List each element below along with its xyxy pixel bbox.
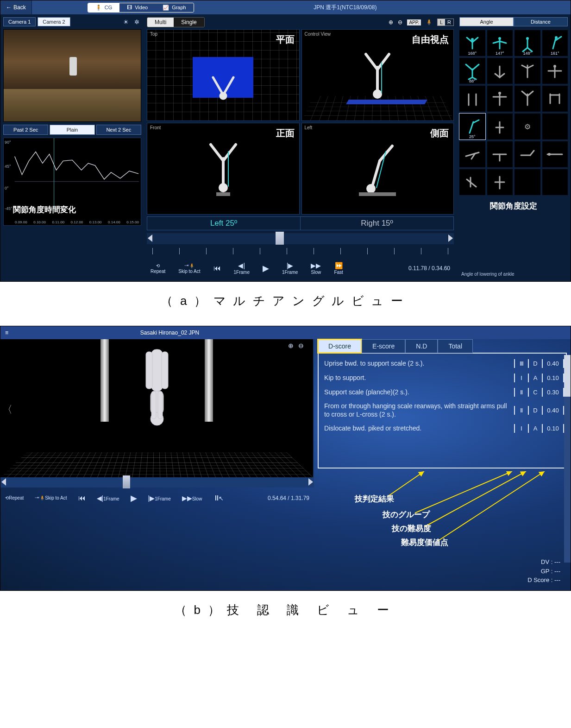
pose-thumb[interactable] — [487, 86, 513, 112]
tab-d-score[interactable]: D-score — [318, 339, 362, 353]
play-button[interactable]: ▶ — [263, 263, 269, 273]
prev-frame-button[interactable]: ◀|1Frame — [97, 494, 119, 502]
tab-camera-2[interactable]: Camera 2 — [38, 17, 70, 26]
fast-icon: ⏩ — [335, 262, 343, 269]
brightness-icons[interactable]: ☀ ✲ — [123, 19, 141, 25]
pose-thumb[interactable] — [515, 169, 540, 195]
skill-row[interactable]: From or through hanging scale rearways, … — [319, 399, 566, 421]
next-2sec-button[interactable]: Next 2 Sec — [96, 125, 141, 135]
pose-thumb[interactable] — [459, 169, 485, 195]
mode-video[interactable]: 🎞Video — [119, 3, 155, 12]
range-end-handle[interactable] — [308, 478, 313, 486]
skill-row[interactable]: Uprise bwd. to support scale (2 s.).ⅢD0.… — [319, 356, 566, 371]
pane-left[interactable]: Left 側面 — [301, 123, 454, 215]
pose-thumb[interactable] — [515, 58, 540, 84]
svg-line-38 — [472, 64, 479, 70]
pose-thumb[interactable]: ⚙ — [515, 114, 540, 139]
pose-thumb[interactable] — [515, 86, 540, 112]
multi-button[interactable]: Multi — [147, 18, 174, 27]
next-frame-button[interactable]: |▶1Frame — [148, 494, 171, 502]
prev-chapter-button[interactable]: ⏮ — [78, 494, 86, 502]
play-icon: ▶ — [263, 263, 269, 273]
pose-thumb[interactable] — [459, 86, 485, 112]
play-button[interactable]: ▶ — [131, 493, 137, 503]
pose-thumb[interactable] — [487, 114, 513, 139]
pose-thumb[interactable]: 168° — [459, 30, 485, 56]
pose-thumb[interactable] — [487, 141, 513, 167]
svg-rect-20 — [359, 192, 396, 196]
pose-ref-icon[interactable]: 🧍 — [426, 19, 433, 25]
pose-thumb[interactable] — [487, 169, 513, 195]
tab-nd[interactable]: N.D — [405, 339, 438, 353]
lr-toggle[interactable]: LR — [437, 19, 454, 26]
repeat-icon: ⟲ — [5, 495, 9, 500]
mode-cg[interactable]: 🧍CG — [88, 3, 120, 12]
svg-line-16 — [372, 161, 380, 188]
pose-thumb[interactable] — [542, 58, 568, 84]
pose-thumb[interactable]: 161° — [542, 30, 568, 56]
timeline-2[interactable] — [0, 477, 314, 487]
repeat-button[interactable]: ⟲Repeat — [151, 263, 165, 274]
mode-graph[interactable]: 📈Graph — [155, 3, 194, 12]
tab-angle[interactable]: Angle — [459, 17, 514, 26]
tab-camera-1[interactable]: Camera 1 — [3, 17, 36, 26]
past-2sec-button[interactable]: Past 2 Sec — [3, 125, 48, 135]
scrollbar-thumb[interactable] — [564, 355, 571, 397]
slow-icon: ▶▶ — [182, 494, 192, 502]
prev-chapter-button[interactable]: ⏮ — [213, 264, 221, 272]
render-view[interactable]: ⊕⊖ 〈 — [0, 339, 314, 477]
pose-thumb[interactable] — [542, 114, 568, 139]
pause-button[interactable]: ⏸↖ — [213, 494, 224, 502]
svg-line-88 — [424, 471, 526, 527]
slow-button[interactable]: ▶▶Slow — [311, 262, 321, 275]
next-frame-button[interactable]: |▶1Frame — [282, 262, 298, 275]
pose-thumb[interactable] — [542, 169, 568, 195]
repeat-button[interactable]: ⟲Repeat — [5, 495, 24, 500]
skill-row[interactable]: Dislocate bwd. piked or stretched.ⅠA0.10 — [319, 421, 566, 436]
frame-back-icon: ◀| — [97, 494, 104, 502]
annot-difficulty: 技の難易度 — [392, 523, 431, 534]
app-label[interactable]: APP. — [407, 19, 421, 25]
prev-frame-button[interactable]: ◀|1Frame — [234, 262, 250, 275]
pose-thumb[interactable] — [542, 86, 568, 112]
menu-icon[interactable]: ≡ — [0, 329, 13, 336]
pose-thumb[interactable] — [459, 141, 485, 167]
skill-recognition-view-app: ≡ Sasaki Hironao_02 JPN ⊕⊖ 〈 — [0, 326, 571, 591]
pane-front[interactable]: Front 正面 — [147, 123, 300, 215]
timeline-thumb[interactable] — [123, 475, 130, 488]
pose-thumb[interactable] — [515, 141, 540, 167]
pane-control-view[interactable]: Control View 自由視点 — [301, 29, 454, 121]
range-start-handle[interactable] — [1, 478, 6, 486]
back-button[interactable]: ← Back — [0, 0, 32, 14]
zoom-in-icon[interactable]: ⊕ — [389, 19, 393, 25]
prev-view-button[interactable]: 〈 — [2, 403, 13, 417]
pose-thumb[interactable] — [542, 141, 568, 167]
pose-thumb[interactable]: 147° — [487, 30, 513, 56]
zoom-in-icon[interactable]: ⊕ — [288, 342, 298, 349]
pose-thumb[interactable]: 88° — [459, 58, 485, 84]
zoom-out-icon[interactable]: ⊖ — [398, 19, 402, 25]
timeline-thumb[interactable] — [276, 232, 284, 245]
tab-e-score[interactable]: E-score — [362, 339, 405, 353]
tab-total[interactable]: Total — [438, 339, 473, 353]
skill-row[interactable]: Support scale (planche)(2 s.).ⅡC0.30 — [319, 385, 566, 399]
skip-to-act-button[interactable]: ⭲🧍Skip to Act — [35, 495, 67, 500]
skill-row[interactable]: Kip to support.ⅠA0.10 — [319, 371, 566, 385]
annotation-overlay: 技判定結果 技のグループ 技の難易度 難易度価値点 — [318, 471, 567, 555]
timeline[interactable] — [147, 233, 454, 244]
range-start-handle[interactable] — [148, 234, 152, 242]
pose-thumb[interactable]: 148° — [515, 30, 540, 56]
slow-button[interactable]: ▶▶Slow — [182, 494, 202, 502]
single-button[interactable]: Single — [174, 18, 204, 27]
zoom-out-icon[interactable]: ⊖ — [298, 342, 308, 349]
svg-line-87 — [415, 471, 512, 513]
pose-thumb[interactable]: 25° — [459, 114, 485, 139]
skip-to-act-button[interactable]: ⭲🧍Skip to Act — [178, 263, 200, 274]
plain-button[interactable]: Plain — [50, 125, 94, 135]
range-end-handle[interactable] — [448, 234, 453, 242]
film-icon: 🎞 — [127, 5, 132, 10]
fast-button[interactable]: ⏩Fast — [334, 262, 343, 275]
tab-distance[interactable]: Distance — [514, 17, 568, 26]
pose-thumb[interactable] — [487, 58, 513, 84]
pane-top[interactable]: Top 平面 — [147, 29, 300, 121]
